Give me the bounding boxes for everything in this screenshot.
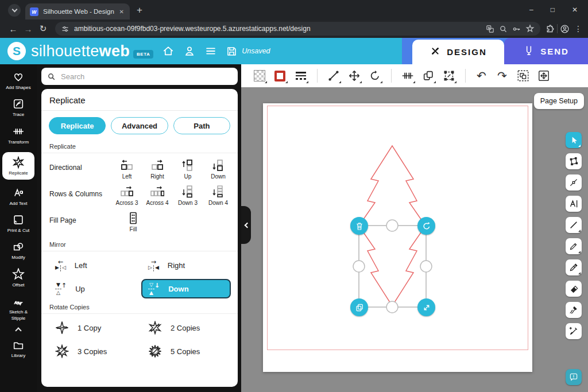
rotate-button[interactable]: [366, 67, 384, 84]
copy-selection-button[interactable]: [514, 67, 532, 84]
tab-replicate[interactable]: Replicate: [49, 117, 106, 134]
search-box[interactable]: [41, 68, 238, 85]
across-4-button[interactable]: Across 4: [146, 185, 169, 206]
sidebar-item-sketch-stipple[interactable]: Sketch & Stipple: [2, 295, 34, 321]
transform-icon: [401, 69, 414, 82]
directional-right-button[interactable]: Right: [146, 159, 169, 180]
rotate-icon: [369, 69, 381, 82]
translate-icon[interactable]: [486, 25, 494, 33]
fill-button[interactable]: Fill: [122, 212, 145, 232]
down-4-button[interactable]: Down 4: [207, 185, 230, 206]
home-icon[interactable]: [162, 45, 175, 57]
across-3-button[interactable]: Across 3: [115, 185, 138, 206]
undo-button[interactable]: ↶: [473, 67, 490, 84]
eraser-tool[interactable]: [566, 281, 582, 297]
delete-handle[interactable]: [350, 217, 368, 235]
design-page[interactable]: [263, 103, 532, 372]
close-button[interactable]: ✕: [572, 6, 578, 14]
address-bar[interactable]: ambitious-ocean-09f9fbd03-preview.westeu…: [55, 22, 540, 36]
brush-tool[interactable]: [566, 302, 582, 318]
transform-button[interactable]: [399, 67, 416, 84]
tab-close-icon[interactable]: ✕: [118, 7, 125, 16]
rotate-2-copies-button[interactable]: 2 Copies: [141, 318, 231, 337]
marker-tool[interactable]: [566, 259, 582, 275]
reload-button[interactable]: ↻: [36, 24, 51, 34]
sidebar-item-library[interactable]: Library: [2, 339, 34, 359]
rotate-1-copy-button[interactable]: 1 Copy: [48, 318, 138, 337]
line-style-icon: [296, 72, 306, 80]
mirror-left-button[interactable]: ← ▶◁ Left: [48, 255, 138, 275]
new-tab-button[interactable]: +: [137, 5, 142, 16]
password-key-icon[interactable]: [512, 25, 521, 33]
move-button[interactable]: [346, 67, 363, 84]
mirror-up-icon: ▼△ ↑: [55, 282, 67, 296]
sidebar-item-transform[interactable]: Transform: [2, 125, 34, 145]
rotate-handle[interactable]: [417, 217, 435, 235]
bookmark-star-icon[interactable]: [525, 24, 535, 33]
picker-tool[interactable]: [566, 323, 582, 339]
mirror-down-button[interactable]: ▽▲ ↓ Down: [141, 279, 231, 298]
line-tool[interactable]: [566, 217, 582, 233]
rotate-3-copies-button[interactable]: 3 Copies: [48, 341, 138, 361]
zoom-icon[interactable]: [499, 25, 508, 33]
node-tool[interactable]: [566, 174, 582, 191]
mirror-up-button[interactable]: ▼△ ↑ Up: [48, 279, 138, 298]
scale-button[interactable]: [440, 67, 458, 84]
minimize-button[interactable]: –: [529, 6, 533, 14]
profile-avatar-icon[interactable]: [560, 24, 570, 34]
panel-tabs: Replicate Advanced Path: [41, 111, 238, 139]
line-style-button[interactable]: [292, 67, 310, 84]
down-3-button[interactable]: Down 3: [176, 185, 199, 206]
pencil-tool[interactable]: [566, 238, 582, 254]
line-segment-icon: [327, 69, 340, 82]
stroke-style-button[interactable]: [272, 67, 289, 84]
send-tab-label: SEND: [540, 46, 569, 56]
fill-style-button[interactable]: [251, 67, 268, 84]
tab-send[interactable]: SEND: [504, 38, 588, 64]
duplicate-button[interactable]: [420, 67, 437, 84]
site-settings-icon[interactable]: [61, 25, 69, 33]
menu-icon[interactable]: [204, 45, 217, 57]
rotate-5-copies-button[interactable]: 5 Copies: [141, 341, 231, 361]
sidebar-scroll-up-icon[interactable]: [15, 327, 21, 333]
sidebar-item-trace[interactable]: Trace: [2, 98, 34, 118]
directional-down-button[interactable]: Down: [207, 159, 230, 180]
sidebar-item-add-shapes[interactable]: Add Shapes: [2, 71, 34, 91]
search-input[interactable]: [60, 72, 232, 81]
extensions-icon[interactable]: [545, 24, 555, 34]
browser-menu-icon[interactable]: ⋮: [574, 24, 582, 33]
redo-button[interactable]: ↷: [494, 67, 511, 84]
feedback-button[interactable]: [566, 369, 582, 385]
page-setup-button[interactable]: Page Setup: [534, 93, 584, 109]
mirror-right-button[interactable]: → ▷◀ Right: [141, 255, 231, 275]
tab-design[interactable]: DESIGN: [412, 40, 504, 64]
mode-tabs: DESIGN SEND: [402, 38, 588, 64]
sidebar-item-add-text[interactable]: Add Text: [2, 187, 34, 207]
directional-up-button[interactable]: Up: [176, 159, 199, 180]
tab-search-button[interactable]: [8, 4, 21, 17]
resize-handle[interactable]: [417, 298, 435, 316]
forward-button[interactable]: →: [21, 24, 36, 34]
text-tool[interactable]: [566, 196, 582, 212]
arrange-button[interactable]: [535, 67, 552, 84]
line-segment-button[interactable]: [325, 67, 342, 84]
design-tab-label: DESIGN: [447, 47, 487, 57]
sidebar-item-print-cut[interactable]: Print & Cut: [2, 214, 34, 234]
edit-points-tool[interactable]: [566, 153, 582, 169]
duplicate-handle[interactable]: [350, 298, 368, 316]
directional-left-button[interactable]: Left: [115, 159, 138, 180]
sidebar-item-offset[interactable]: Offset: [2, 268, 34, 288]
tab-advanced[interactable]: Advanced: [111, 117, 168, 134]
browser-tab[interactable]: w Silhouette Web - Design ✕: [25, 3, 130, 20]
url-text[interactable]: ambitious-ocean-09f9fbd03-preview.westeu…: [74, 25, 481, 33]
save-icon[interactable]: [226, 45, 238, 57]
account-icon[interactable]: [183, 45, 196, 57]
design-canvas[interactable]: Page Setup: [241, 87, 588, 392]
panel-collapse-button[interactable]: [241, 206, 251, 244]
back-button[interactable]: ←: [6, 24, 21, 34]
select-tool[interactable]: [566, 132, 582, 148]
sidebar-item-replicate[interactable]: Replicate: [2, 152, 34, 179]
sidebar-item-modify[interactable]: Modify: [2, 240, 34, 261]
maximize-button[interactable]: □: [551, 6, 555, 14]
tab-path[interactable]: Path: [173, 117, 230, 134]
